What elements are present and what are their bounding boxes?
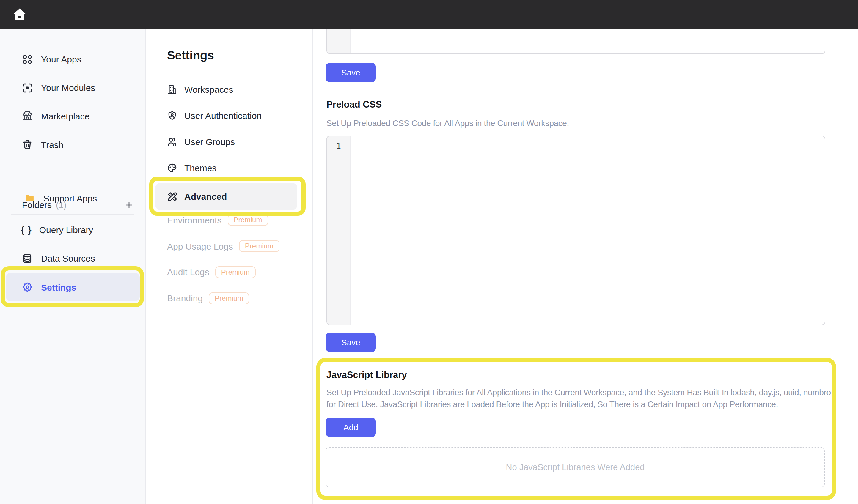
sidebar-item-label: Trash bbox=[41, 140, 64, 149]
sidebar-item-label: Support Apps bbox=[43, 193, 97, 203]
nav-item-audit-logs[interactable]: Audit Logs Premium bbox=[167, 262, 256, 282]
preload-css-title: Preload CSS bbox=[327, 99, 382, 110]
sidebar-item-trash[interactable]: Trash bbox=[0, 134, 146, 155]
sidebar-item-query-library[interactable]: { } Query Library bbox=[0, 220, 146, 240]
code-editor-partial bbox=[327, 29, 825, 54]
nav-item-workspaces[interactable]: Workspaces bbox=[167, 79, 233, 99]
sidebar-item-label: Data Sources bbox=[41, 253, 95, 263]
save-button-label: Save bbox=[341, 338, 360, 347]
apps-icon bbox=[22, 54, 33, 64]
nav-item-themes[interactable]: Themes bbox=[167, 158, 217, 178]
home-icon bbox=[13, 7, 27, 21]
save-button-label: Save bbox=[341, 68, 360, 77]
database-icon bbox=[22, 253, 33, 264]
sidebar-item-data-sources[interactable]: Data Sources bbox=[0, 248, 146, 269]
home-button[interactable] bbox=[13, 7, 27, 21]
trash-icon bbox=[22, 139, 33, 150]
sidebar-item-settings[interactable]: Settings bbox=[6, 273, 140, 301]
sidebar-item-your-apps[interactable]: Your Apps bbox=[0, 49, 146, 69]
premium-badge: Premium bbox=[215, 266, 256, 278]
nav-item-advanced[interactable]: Advanced bbox=[155, 183, 297, 210]
nav-item-label: User Authentication bbox=[184, 110, 261, 120]
js-library-empty-state: No JavaScript Libraries Were Added bbox=[326, 447, 825, 487]
users-icon bbox=[167, 137, 177, 147]
folder-icon bbox=[25, 193, 35, 203]
nav-item-label: App Usage Logs bbox=[167, 241, 233, 251]
premium-badge: Premium bbox=[227, 214, 268, 226]
add-library-button[interactable]: Add bbox=[326, 418, 376, 437]
settings-nav-panel: Settings Workspaces bbox=[146, 29, 313, 504]
braces-icon: { } bbox=[21, 225, 32, 235]
page-title: Settings bbox=[167, 49, 214, 62]
nav-item-label: Branding bbox=[167, 293, 203, 303]
editor-gutter: 1 bbox=[327, 136, 351, 325]
app-window: Your Apps Your Modules Ma bbox=[0, 0, 858, 504]
marketplace-icon bbox=[22, 111, 33, 121]
sidebar-item-your-modules[interactable]: Your Modules bbox=[0, 78, 146, 98]
main-content: Save Preload CSS Set Up Preloaded CSS Co… bbox=[313, 29, 858, 504]
nav-item-label: User Groups bbox=[184, 137, 235, 147]
nav-item-label: Audit Logs bbox=[167, 267, 209, 277]
nav-item-user-authentication[interactable]: User Authentication bbox=[167, 105, 261, 126]
modules-icon bbox=[22, 82, 33, 93]
tools-icon bbox=[167, 191, 178, 202]
sidebar-item-support-apps[interactable]: Support Apps bbox=[0, 188, 146, 208]
sidebar-item-label: Your Apps bbox=[41, 54, 81, 64]
nav-item-label: Workspaces bbox=[184, 84, 233, 94]
nav-item-label: Advanced bbox=[184, 191, 227, 201]
empty-state-text: No JavaScript Libraries Were Added bbox=[506, 462, 645, 472]
sidebar-item-label: Settings bbox=[41, 282, 76, 292]
sidebar-item-label: Your Modules bbox=[41, 83, 95, 93]
save-button-top[interactable]: Save bbox=[326, 63, 376, 82]
nav-item-branding[interactable]: Branding Premium bbox=[167, 288, 249, 308]
gear-icon bbox=[22, 282, 33, 292]
js-library-description: Set Up Preloaded JavaScript Libraries fo… bbox=[327, 387, 836, 410]
add-button-label: Add bbox=[344, 423, 358, 432]
editor-line-number: 1 bbox=[336, 142, 341, 150]
nav-item-user-groups[interactable]: User Groups bbox=[167, 132, 235, 152]
code-editor-input[interactable] bbox=[351, 29, 825, 53]
shield-user-icon bbox=[167, 110, 177, 120]
save-button-preload-css[interactable]: Save bbox=[326, 333, 376, 352]
preload-css-description: Set Up Preloaded CSS Code for All Apps i… bbox=[327, 118, 836, 129]
nav-item-environments[interactable]: Environments Premium bbox=[167, 210, 268, 230]
editor-gutter bbox=[327, 29, 351, 53]
js-library-title: JavaScript Library bbox=[327, 370, 407, 380]
building-icon bbox=[167, 84, 177, 94]
sidebar-item-marketplace[interactable]: Marketplace bbox=[0, 106, 146, 126]
nav-item-app-usage-logs[interactable]: App Usage Logs Premium bbox=[167, 236, 280, 256]
sidebar: Your Apps Your Modules Ma bbox=[0, 29, 146, 504]
nav-item-label: Themes bbox=[184, 163, 217, 173]
sidebar-divider bbox=[11, 214, 134, 214]
sidebar-item-label: Query Library bbox=[39, 225, 93, 235]
premium-badge: Premium bbox=[209, 292, 249, 304]
top-bar bbox=[0, 0, 858, 29]
sidebar-item-label: Marketplace bbox=[41, 111, 90, 121]
nav-item-label: Environments bbox=[167, 215, 222, 225]
palette-icon bbox=[167, 163, 177, 173]
sidebar-divider bbox=[11, 161, 134, 162]
premium-badge: Premium bbox=[239, 240, 280, 252]
css-code-input[interactable] bbox=[351, 136, 825, 325]
preload-css-editor: 1 bbox=[327, 135, 825, 325]
